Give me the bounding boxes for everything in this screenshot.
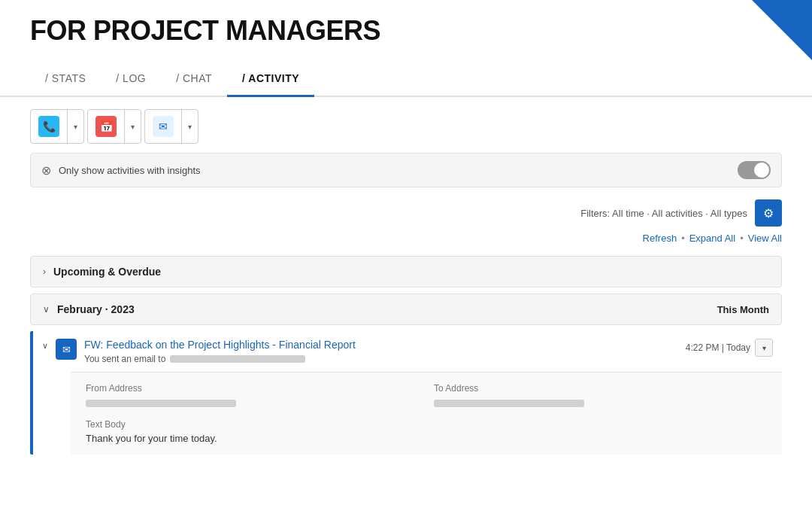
detail-grid: From Address To Address <box>86 383 767 410</box>
activity-email-recipient-blur <box>170 355 305 363</box>
insights-bar: ⊗ Only show activities with insights <box>30 153 782 187</box>
activity-detail: From Address To Address Text Body Thank … <box>71 372 782 455</box>
view-all-link[interactable]: View All <box>748 233 782 244</box>
from-address-label: From Address <box>86 383 419 394</box>
refresh-link[interactable]: Refresh <box>643 233 677 244</box>
chevron-right-icon: › <box>43 266 46 277</box>
calendar-filter-dropdown[interactable]: ▾ <box>125 117 141 137</box>
activity-main: FW: Feedback on the Project Highlights -… <box>84 339 678 364</box>
separator-1: • <box>681 233 685 244</box>
to-address-value-blur <box>434 400 584 407</box>
calendar-icon: 📅 <box>95 116 117 137</box>
chevron-down-icon: ∨ <box>43 304 50 315</box>
activity-time-dropdown-button[interactable]: ▾ <box>755 339 773 357</box>
section-feb-right: This Month <box>717 304 769 315</box>
filters-text: Filters: All time · All activities · All… <box>580 208 747 219</box>
activity-email-icon: ✉ <box>56 339 77 360</box>
expand-all-link[interactable]: Expand All <box>689 233 735 244</box>
activity-subtitle-text: You sent an email to <box>84 354 165 364</box>
tabs-container: / STATS / LOG / CHAT / ACTIVITY <box>0 62 812 97</box>
activity-item: ∨ ✉ FW: Feedback on the Project Highligh… <box>33 331 782 455</box>
phone-icon: 📞 <box>38 116 59 137</box>
header: FOR PROJECT MANAGERS <box>0 0 812 54</box>
tab-activity[interactable]: / ACTIVITY <box>227 62 314 97</box>
tab-chat[interactable]: / CHAT <box>161 62 227 96</box>
phone-filter-dropdown[interactable]: ▾ <box>68 117 83 137</box>
filter-row: 📞 ▾ 📅 ▾ ✉ ▾ <box>30 109 782 144</box>
section-upcoming-title: Upcoming & Overdue <box>53 266 161 278</box>
to-address-field: To Address <box>434 383 767 410</box>
text-body-label: Text Body <box>86 419 767 430</box>
activity-time: 4:22 PM | Today ▾ <box>686 339 773 357</box>
content-area: 📞 ▾ 📅 ▾ ✉ ▾ ⊗ Only show activities with … <box>0 97 812 467</box>
filters-gear-button[interactable]: ⚙ <box>755 199 782 227</box>
insights-toggle[interactable] <box>738 161 771 179</box>
from-address-field: From Address <box>86 383 419 410</box>
section-feb-2023[interactable]: ∨ February · 2023 This Month <box>30 294 782 325</box>
email-icon-wrapper: ✉ <box>145 110 182 143</box>
calendar-filter-button[interactable]: 📅 ▾ <box>87 109 141 144</box>
page-title: FOR PROJECT MANAGERS <box>30 15 782 54</box>
corner-decoration <box>752 0 812 60</box>
action-links: Refresh • Expand All • View All <box>30 233 782 244</box>
section-feb-title: February · 2023 <box>57 303 135 315</box>
activity-expand-icon[interactable]: ∨ <box>42 339 48 351</box>
insights-label: Only show activities with insights <box>59 165 730 176</box>
gear-icon: ⚙ <box>763 206 774 221</box>
tab-stats[interactable]: / STATS <box>30 62 101 96</box>
from-address-value-blur <box>86 400 236 407</box>
phone-icon-wrapper: 📞 <box>31 110 68 143</box>
insights-icon: ⊗ <box>41 163 51 178</box>
text-body-content: Thank you for your time today. <box>86 433 767 444</box>
separator-2: • <box>740 233 744 244</box>
email-filter-dropdown[interactable]: ▾ <box>182 117 198 137</box>
filters-line: Filters: All time · All activities · All… <box>30 199 782 227</box>
phone-filter-button[interactable]: 📞 ▾ <box>30 109 84 144</box>
activity-subtitle: You sent an email to <box>84 354 678 364</box>
to-address-label: To Address <box>434 383 767 394</box>
calendar-icon-wrapper: 📅 <box>88 110 125 143</box>
activity-item-wrapper: ∨ ✉ FW: Feedback on the Project Highligh… <box>30 331 782 455</box>
activity-header: ∨ ✉ FW: Feedback on the Project Highligh… <box>33 331 782 372</box>
email-filter-button[interactable]: ✉ ▾ <box>144 109 198 144</box>
activity-timestamp: 4:22 PM | Today <box>686 342 750 353</box>
section-upcoming-overdue[interactable]: › Upcoming & Overdue <box>30 256 782 287</box>
tab-log[interactable]: / LOG <box>101 62 161 96</box>
activity-title-link[interactable]: FW: Feedback on the Project Highlights -… <box>84 339 678 351</box>
email-icon: ✉ <box>153 116 174 137</box>
toggle-knob <box>754 163 769 178</box>
text-body-section: Text Body Thank you for your time today. <box>86 419 767 444</box>
